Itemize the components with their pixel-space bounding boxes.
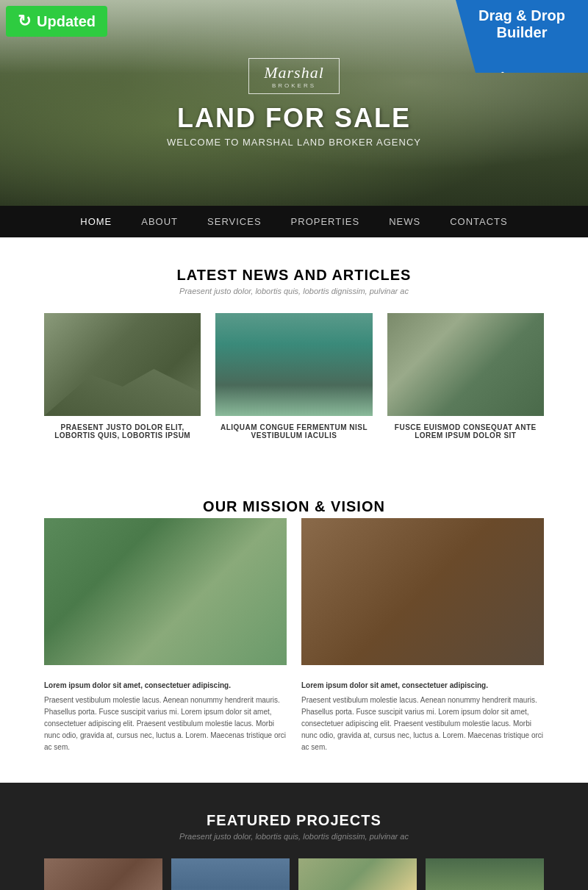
hero-subtitle: WELCOME TO MARSHAL LAND BROKER AGENCY — [167, 137, 421, 148]
mountain-decoration — [44, 357, 201, 416]
news-subtitle: Praesent justo dolor, lobortis quis, lob… — [44, 287, 544, 295]
nav-services[interactable]: SERVICES — [207, 216, 262, 227]
featured-card-2[interactable]: PROJECT NAME Praesent justo dolor, lobor… — [171, 858, 290, 890]
featured-image-1 — [44, 858, 162, 890]
mission-title: OUR MISSION & VISION — [44, 498, 544, 515]
mission-col-2: Lorem ipsum dolor sit amet, consectetuer… — [301, 680, 544, 753]
featured-image-2 — [171, 858, 290, 890]
featured-card-1[interactable]: PROJECT NAME Praesent justo dolor, lobor… — [44, 858, 162, 890]
news-image-3 — [387, 313, 544, 416]
featured-card-4[interactable]: PROJECT NAME Praesent justo dolor, lobor… — [426, 858, 544, 890]
hero-logo-main: Marshal — [264, 63, 324, 82]
hero-section: Marshal BROKERS LAND FOR SALE WELCOME TO… — [0, 0, 588, 206]
featured-title: FEATURED PROJECTS — [44, 812, 544, 829]
nav-news[interactable]: NEWS — [389, 216, 420, 227]
featured-grid: PROJECT NAME Praesent justo dolor, lobor… — [44, 858, 544, 890]
nav-properties[interactable]: PROPERTIES — [291, 216, 360, 227]
nav-home[interactable]: HOME — [80, 216, 112, 227]
hero-logo-box: Marshal BROKERS — [248, 58, 340, 94]
mission-images — [44, 518, 544, 665]
featured-image-4 — [426, 858, 544, 890]
news-card-3[interactable]: FUSCE EUISMOD CONSEQUAT ANTE LOREM IPSUM… — [387, 313, 544, 439]
news-caption-2: ALIQUAM CONGUE FERMENTUM NISL VESTIBULUM… — [215, 423, 372, 439]
nav-about[interactable]: ABOUT — [141, 216, 178, 227]
mission-text-cols: Lorem ipsum dolor sit amet, consectetuer… — [44, 680, 544, 753]
mission-col-1: Lorem ipsum dolor sit amet, consectetuer… — [44, 680, 287, 753]
hero-title: LAND FOR SALE — [167, 103, 421, 134]
news-grid: PRAESENT JUSTO DOLOR ELIT, LOBORTIS QUIS… — [44, 313, 544, 439]
mission-image-1 — [44, 518, 287, 665]
nav-contacts[interactable]: CONTACTS — [450, 216, 508, 227]
news-image-1 — [44, 313, 201, 416]
main-nav: HOME ABOUT SERVICES PROPERTIES NEWS CONT… — [0, 206, 588, 237]
featured-image-3 — [298, 858, 417, 890]
mission-col2-body: Praesent vestibulum molestie lacus. Aene… — [301, 696, 543, 751]
news-section: LATEST NEWS AND ARTICLES Praesent justo … — [0, 237, 588, 469]
mission-col1-strong: Lorem ipsum dolor sit amet, consectetuer… — [44, 680, 287, 692]
news-image-2 — [215, 313, 372, 416]
mission-col1-body: Praesent vestibulum molestie lacus. Aene… — [44, 696, 286, 751]
hero-content: Marshal BROKERS LAND FOR SALE WELCOME TO… — [167, 58, 421, 148]
featured-section: FEATURED PROJECTS Praesent justo dolor, … — [0, 783, 588, 890]
hero-logo-sub: BROKERS — [264, 82, 324, 89]
news-card-1[interactable]: PRAESENT JUSTO DOLOR ELIT, LOBORTIS QUIS… — [44, 313, 201, 439]
featured-card-3[interactable]: PROJECT NAME Praesent justo dolor, lobor… — [298, 858, 417, 890]
mission-col2-strong: Lorem ipsum dolor sit amet, consectetuer… — [301, 680, 544, 692]
featured-subtitle: Praesent justo dolor, lobortis quis, lob… — [44, 832, 544, 841]
news-title: LATEST NEWS AND ARTICLES — [44, 267, 544, 284]
news-caption-3: FUSCE EUISMOD CONSEQUAT ANTE LOREM IPSUM… — [387, 423, 544, 439]
mission-image-2 — [301, 518, 544, 665]
mission-section: OUR MISSION & VISION Lorem ipsum dolor s… — [0, 469, 588, 783]
news-card-2[interactable]: ALIQUAM CONGUE FERMENTUM NISL VESTIBULUM… — [215, 313, 372, 439]
news-caption-1: PRAESENT JUSTO DOLOR ELIT, LOBORTIS QUIS… — [44, 423, 201, 439]
